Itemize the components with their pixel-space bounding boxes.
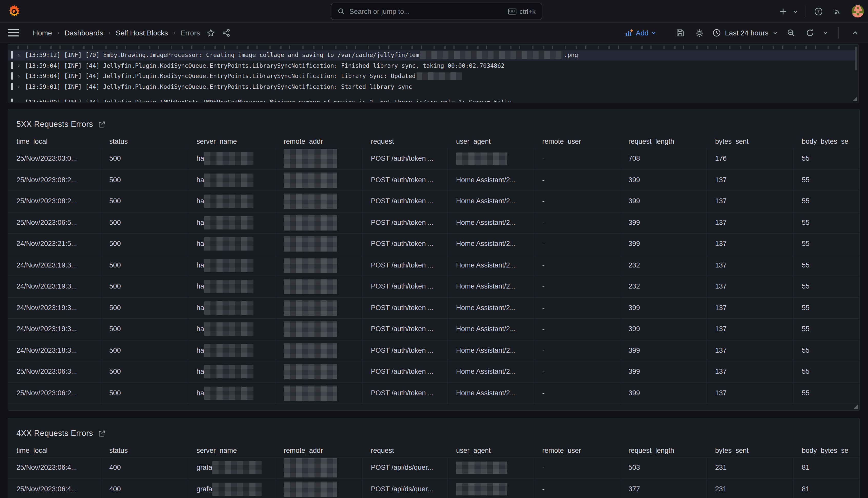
log-scrollbar[interactable] — [855, 47, 857, 70]
cell-body_bytes_se: 55 — [794, 362, 859, 382]
cell-request_length: 399 — [620, 212, 707, 233]
column-header-request[interactable]: request — [363, 135, 448, 148]
search-shortcut: ctrl+k — [507, 8, 535, 15]
favorite-star-icon[interactable] — [203, 25, 219, 40]
column-header-bytes_sent[interactable]: bytes_sent — [707, 135, 794, 148]
column-header-body_bytes_se[interactable]: body_bytes_se — [794, 135, 859, 148]
table-row: 25/Nov/2023:08:2...500haPOST /auth/token… — [8, 170, 859, 191]
column-header-user_agent[interactable]: user_agent — [448, 444, 534, 457]
log-row[interactable]: ›[13:59:04] [INF] [44] Jellyfin.Plugin.K… — [8, 71, 855, 81]
expand-chevron-icon[interactable]: › — [17, 52, 20, 58]
column-header-time_local[interactable]: time_local — [8, 444, 101, 457]
cell-remote_user: - — [534, 234, 620, 254]
table-row: 25/Nov/2023:06:5...500haPOST /auth/token… — [8, 212, 859, 234]
cell-status: 500 — [101, 319, 188, 340]
refresh-icon[interactable] — [802, 25, 818, 41]
new-menu-chevron-down-icon[interactable] — [790, 4, 800, 19]
expand-chevron-icon[interactable]: › — [17, 99, 20, 102]
breadcrumb-item-self-host-blocks[interactable]: Self Host Blocks — [116, 28, 168, 37]
column-header-request[interactable]: request — [363, 444, 448, 457]
cell-bytes_sent: 137 — [707, 298, 794, 318]
cell-request: POST /auth/token ... — [363, 148, 448, 169]
log-row[interactable]: ›[13:59:01] [INF] [44] Jellyfin.Plugin.K… — [8, 81, 855, 92]
redacted-value — [456, 483, 507, 495]
new-button[interactable] — [775, 4, 790, 19]
cell-request: POST /auth/token ... — [363, 234, 448, 254]
cell-remote_addr — [275, 170, 363, 191]
cell-status: 500 — [101, 148, 188, 169]
column-header-body_bytes_se[interactable]: body_bytes_se — [794, 444, 859, 457]
column-header-time_local[interactable]: time_local — [8, 135, 101, 148]
column-header-remote_user[interactable]: remote_user — [534, 444, 620, 457]
cell-server_name: ha — [188, 255, 275, 276]
cell-time_local: 24/Nov/2023:19:3... — [8, 319, 101, 340]
cell-time_local: 24/Nov/2023:19:3... — [8, 255, 101, 276]
cell-body_bytes_se: 55 — [794, 170, 859, 191]
column-header-request_length[interactable]: request_length — [620, 444, 707, 457]
cell-remote_addr — [275, 340, 363, 361]
cell-user_agent: Home Assistant/2... — [448, 191, 534, 212]
rss-icon[interactable] — [830, 4, 845, 19]
cell-remote_user: - — [534, 191, 620, 212]
panel-title[interactable]: 5XX Requests Errors — [16, 120, 93, 129]
log-row[interactable]: ›[13:59:12] [INF] [70] Emby.Drawing.Imag… — [8, 50, 855, 60]
cell-remote_addr — [275, 191, 363, 212]
log-row[interactable]: ›[13:59:04] [INF] [44] Jellyfin.Plugin.K… — [8, 60, 855, 71]
gear-icon[interactable] — [692, 25, 707, 41]
refresh-chevron-down-icon[interactable] — [821, 25, 829, 41]
redacted-value — [204, 280, 254, 293]
expand-chevron-icon[interactable]: › — [17, 73, 20, 80]
column-header-remote_addr[interactable]: remote_addr — [275, 444, 363, 457]
column-header-status[interactable]: status — [101, 444, 188, 457]
panel-resize-handle[interactable] — [854, 405, 858, 409]
redacted-value — [204, 301, 254, 315]
table-row: 24/Nov/2023:19:3...500haPOST /auth/token… — [8, 298, 859, 319]
avatar[interactable] — [852, 5, 864, 17]
expand-chevron-icon[interactable]: › — [17, 83, 20, 90]
expand-chevron-icon[interactable]: › — [17, 62, 20, 69]
log-text: [13:59:04] [INF] [44] Jellyfin.Plugin.Ko… — [25, 73, 416, 80]
column-header-status[interactable]: status — [101, 135, 188, 148]
breadcrumb: Home›Dashboards›Self Host Blocks›Errors — [33, 28, 200, 37]
cell-user_agent — [448, 457, 534, 478]
save-icon[interactable] — [673, 25, 688, 41]
column-header-server_name[interactable]: server_name — [188, 444, 275, 457]
add-button[interactable]: Add — [622, 29, 659, 37]
help-icon[interactable]: ? — [811, 4, 826, 19]
log-row[interactable]: ›[13:59:00] [INF] [44] Jellyfin.Plugin.T… — [8, 97, 855, 102]
menu-icon[interactable] — [8, 29, 19, 37]
redacted-value — [204, 152, 254, 166]
cell-remote_user: - — [534, 362, 620, 382]
cell-remote_user: - — [534, 255, 620, 276]
column-header-request_length[interactable]: request_length — [620, 135, 707, 148]
cell-request_length: 399 — [620, 234, 707, 254]
panel-resize-handle[interactable] — [853, 97, 857, 101]
breadcrumb-item-dashboards[interactable]: Dashboards — [64, 28, 103, 37]
share-icon[interactable] — [219, 25, 234, 40]
column-header-remote_addr[interactable]: remote_addr — [275, 135, 363, 148]
table-row: 25/Nov/2023:03:0...500haPOST /auth/token… — [8, 148, 859, 170]
grafana-logo[interactable] — [8, 4, 21, 18]
cell-remote_addr — [275, 479, 363, 498]
cell-status: 500 — [101, 362, 188, 382]
cell-time_local: 24/Nov/2023:19:3... — [8, 276, 101, 297]
column-header-user_agent[interactable]: user_agent — [448, 135, 534, 148]
redacted-value — [212, 461, 262, 475]
column-header-server_name[interactable]: server_name — [188, 135, 275, 148]
zoom-out-icon[interactable] — [783, 25, 799, 41]
external-link-icon[interactable] — [98, 430, 106, 437]
cell-bytes_sent: 137 — [707, 255, 794, 276]
cell-bytes_sent: 137 — [707, 340, 794, 361]
redacted-value — [284, 322, 337, 337]
external-link-icon[interactable] — [98, 120, 106, 128]
panel-title[interactable]: 4XX Requests Errors — [16, 429, 93, 438]
cell-time_local: 25/Nov/2023:08:2... — [8, 191, 101, 212]
cell-bytes_sent: 137 — [707, 383, 794, 404]
time-range-picker[interactable]: Last 24 hours — [710, 29, 780, 37]
breadcrumb-item-home[interactable]: Home — [33, 28, 52, 37]
column-header-bytes_sent[interactable]: bytes_sent — [707, 444, 794, 457]
search-input[interactable]: Search or jump to... ctrl+k — [331, 3, 542, 20]
collapse-chevron-up-icon[interactable] — [847, 25, 863, 41]
cell-request: POST /auth/token ... — [363, 383, 448, 404]
column-header-remote_user[interactable]: remote_user — [534, 135, 620, 148]
